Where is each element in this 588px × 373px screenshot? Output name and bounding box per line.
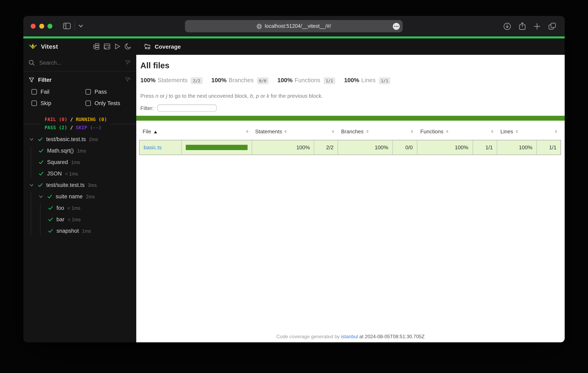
summary-fraction: 0/0 [257,77,268,84]
screen: localhost:51204/__vitest__/#/ [0,0,588,373]
test-duration: < 1ms [68,217,81,222]
summary-lines: 100%Lines1/1 [344,76,390,85]
chevron-down-icon[interactable] [29,137,34,142]
filter-checkbox-pass[interactable]: Pass [85,86,136,98]
browser-toolbar: localhost:51204/__vitest__/#/ [23,16,565,36]
sort-icon [366,129,369,134]
column-lines[interactable]: Lines [497,127,537,140]
filter-checkbox-skip[interactable]: Skip [32,98,85,109]
column-statements[interactable]: Statements [252,127,314,140]
dashboard-icon[interactable] [104,43,110,50]
coverage-report-icon [144,43,151,50]
coverage-report: All files 100%Statements2/2100%Branches0… [136,55,565,342]
filter-options: FailPassSkipOnly Tests [23,86,136,109]
checkbox-label: Pass [94,89,107,95]
test-duration: 1ms [77,148,86,153]
tree-row[interactable]: Squared1ms [23,156,136,168]
statements-ratio-cell: 2/2 [314,140,338,155]
tree-row[interactable]: test/suite.test.ts3ms [23,179,136,191]
close-window-button[interactable] [31,24,36,29]
coverage-status-band [136,115,565,121]
dark-mode-icon[interactable] [124,43,131,50]
globe-icon [257,23,262,29]
run-all-icon[interactable] [114,43,121,50]
sidebar-header: Vitest [23,38,136,55]
pass-check-icon [39,159,44,165]
tree-row[interactable]: JSON< 1ms [23,168,136,179]
summary-branches: 100%Branches0/0 [211,76,268,85]
test-duration: 3ms [88,183,97,187]
chevron-down-icon[interactable] [29,183,34,187]
checkbox[interactable] [85,101,91,106]
column-lines-ratio[interactable] [537,127,561,140]
test-duration: 2ms [89,137,98,142]
sort-icon [332,129,335,134]
url-text: localhost:51204/__vitest__/#/ [265,23,331,29]
running-count: RUNNING (0) [76,116,107,122]
file-link[interactable]: basic.ts [144,144,162,150]
address-bar[interactable]: localhost:51204/__vitest__/#/ [185,20,403,32]
skip-count: SKIP (--) [76,125,101,130]
new-tab-icon[interactable] [534,23,541,30]
tree-view-icon[interactable] [93,43,100,50]
minimize-window-button[interactable] [39,24,44,29]
status-line-2: PASS (2) / SKIP (--) [45,124,107,132]
share-icon[interactable] [519,22,526,30]
checkbox[interactable] [32,89,37,94]
downloads-icon[interactable] [503,22,511,30]
column-functions[interactable]: Functions [417,127,472,140]
pass-check-icon [39,171,44,176]
checkbox[interactable] [32,101,37,106]
summary-fraction: 1/1 [379,77,390,84]
tree-row[interactable]: test/basic.test.ts2ms [23,134,136,145]
search-input[interactable] [39,59,125,66]
page-accent-line [23,36,565,38]
test-duration: 1ms [82,228,91,233]
table-header-row: File Statements Branches Functions Lines [139,127,561,140]
sort-icon [246,129,249,134]
summary-pct: 100% [277,77,293,83]
filter-checkbox-only-tests[interactable]: Only Tests [85,98,136,109]
chevron-down-icon[interactable] [79,24,83,28]
test-name: Squared [47,159,68,165]
istanbul-link[interactable]: istanbul [341,333,358,339]
tab-overview-icon[interactable] [548,22,556,30]
sidebar-toggle-icon[interactable] [63,22,71,30]
filter-funnel-icon [29,77,34,83]
column-file[interactable]: File [139,127,181,140]
toolbar-divider [74,21,75,31]
checkbox-label: Only Tests [94,100,120,106]
coverage-bar [186,145,248,150]
column-functions-ratio[interactable] [472,127,497,140]
lines-pct-cell: 100% [497,140,537,155]
tree-indent-guide [40,204,41,235]
coverage-filter-row: Filter: [140,104,217,112]
chevron-down-icon[interactable] [39,194,43,199]
report-footer: Code coverage generated by istanbul at 2… [136,333,565,339]
test-name: test/basic.test.ts [46,136,86,142]
statements-pct-cell: 100% [252,140,314,155]
file-cell: basic.ts [139,140,181,155]
tree-row[interactable]: Math.sqrt()1ms [23,145,136,156]
column-statements-ratio[interactable] [314,127,338,140]
app-title: Vitest [41,43,58,50]
test-status-summary: FAIL (0) / RUNNING (0) PASS (2) / SKIP (… [23,114,136,133]
table-row: basic.ts 100% 2/2 100% 0/0 100% 1/1 100%… [139,140,561,155]
test-name: JSON [47,171,62,177]
clear-filters-icon[interactable] [125,77,131,83]
column-file-bar[interactable] [181,127,252,140]
summary-statements: 100%Statements2/2 [140,76,202,85]
tree-row[interactable]: suite name2ms [23,191,136,202]
clear-search-filter-icon[interactable] [125,60,131,66]
checkbox[interactable] [85,89,91,94]
column-branches[interactable]: Branches [338,127,393,140]
coverage-filter-input[interactable] [157,104,217,112]
checkbox-label: Skip [41,100,51,106]
zoom-window-button[interactable] [47,24,52,29]
test-name: bar [56,216,64,222]
page-settings-button[interactable] [393,23,400,30]
column-branches-ratio[interactable] [393,127,417,140]
test-duration: 1ms [71,160,80,165]
summary-label: Lines [361,77,375,83]
filter-checkbox-fail[interactable]: Fail [32,86,85,98]
